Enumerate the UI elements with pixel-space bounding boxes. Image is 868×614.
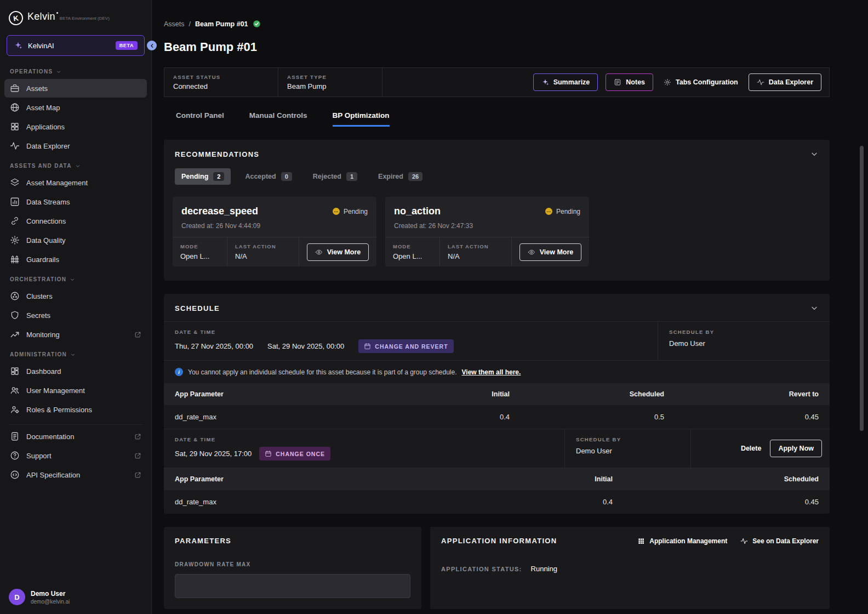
waveform-icon [10,141,20,151]
pending-dot-icon: ••• [545,208,552,215]
sidebar-item-support[interactable]: Support [4,446,147,465]
cell-revert-to: 0.45 [664,413,819,421]
apply-now-label: Apply Now [778,445,814,452]
sidebar-section-operations[interactable]: OPERATIONS [0,61,151,78]
schedule-datetime-cell: DATE & TIME Sat, 29 Nov 2025, 17:00 CHAN… [164,429,564,468]
eye-icon [315,248,323,256]
sidebar-item-api-specification[interactable]: API Specification [4,465,147,484]
summarize-button[interactable]: Summarize [533,73,598,91]
chevron-down-icon [70,352,76,357]
tabs-configuration-label: Tabs Configuration [676,78,738,86]
sidebar-item-label: Guardrails [26,255,59,264]
code-icon [10,470,20,480]
view-more-button[interactable]: View More [307,243,369,261]
cell-initial: 0.4 [420,498,613,506]
sidebar-item-connections[interactable]: Connections [4,212,147,230]
filter-accepted[interactable]: Accepted 0 [238,168,298,185]
kelvin-logo-icon: K [8,10,24,26]
see-on-data-explorer-link[interactable]: See on Data Explorer [740,537,819,545]
status-badge: ••• Pending [545,208,580,215]
col-scheduled: Scheduled [613,475,819,483]
section-label-text: ADMINISTRATION [10,351,67,357]
recommendation-card: decrease_speed ••• Pending Created at: 2… [173,197,376,266]
filter-count-badge: 2 [213,172,224,181]
sidebar-item-guardrails[interactable]: Guardrails [4,250,147,269]
shield-icon [10,310,20,320]
col-initial: Initial [420,475,613,483]
sidebar-item-documentation[interactable]: Documentation [4,427,147,446]
filter-expired[interactable]: Expired 26 [372,168,429,185]
sidebar-item-data-explorer[interactable]: Data Explorer [4,137,147,155]
col-revert-to: Revert to [664,390,819,398]
datetime-label: DATE & TIME [175,329,647,335]
application-status-value: Running [531,565,557,573]
sidebar-collapse-button[interactable] [147,41,157,50]
sidebar-item-roles-permissions[interactable]: Roles & Permissions [4,400,147,419]
sidebar-item-secrets[interactable]: Secrets [4,306,147,325]
parameters-panel: PARAMETERS DRAWDOWN RATE MAX [164,527,421,609]
cell-initial: 0.4 [381,413,510,421]
notes-button[interactable]: Notes [606,73,653,91]
last-action-value: N/A [448,252,504,260]
breadcrumb-root[interactable]: Assets [164,20,185,28]
sidebar-item-monitoring[interactable]: Monitoring [4,325,147,344]
sidebar-item-user-management[interactable]: User Management [4,381,147,400]
connected-check-icon [253,20,261,28]
tab-bp-optimization[interactable]: BP Optimization [333,111,390,127]
sidebar-item-applications[interactable]: Applications [4,117,147,136]
sidebar-section-assets-and-data[interactable]: ASSETS AND DATA [0,156,151,173]
vertical-scrollbar[interactable] [860,146,864,431]
sidebar-item-dashboard[interactable]: Dashboard [4,362,147,380]
schedule-start: Thu, 27 Nov 2025, 00:00 [175,342,253,350]
breadcrumb: Assets / Beam Pump #01 [164,0,830,28]
schedule-by-value: Demo User [576,447,679,455]
delete-button[interactable]: Delete [741,445,762,452]
asset-type-value: Beam Pump [287,82,373,90]
filter-pending[interactable]: Pending 2 [175,168,231,185]
application-management-link[interactable]: Application Management [637,537,727,545]
recommendation-card-top: decrease_speed ••• Pending Created at: 2… [173,197,376,237]
parameters-header: PARAMETERS [164,527,421,554]
sidebar-section-administration[interactable]: ADMINISTRATION [0,344,151,361]
schedule-by-cell: SCHEDULE BY Demo User [658,322,830,360]
drawdown-rate-max-input[interactable] [175,574,410,598]
filter-label: Pending [181,173,208,180]
mode-cell: MODE Open L... [385,237,440,266]
sidebar-item-data-streams[interactable]: Data Streams [4,192,147,211]
user-menu[interactable]: D Demo User demo@kelvin.ai [0,581,151,614]
view-them-all-link[interactable]: View them all here. [462,368,521,376]
filter-label: Expired [378,173,403,180]
filter-rejected[interactable]: Rejected 1 [306,168,364,185]
summarize-label: Summarize [553,78,590,86]
view-more-button[interactable]: View More [519,243,582,261]
schedule-header[interactable]: SCHEDULE [164,294,830,321]
sidebar-item-assets[interactable]: Assets [4,79,147,98]
change-once-button[interactable]: CHANGE ONCE [259,447,330,461]
filter-count-badge: 26 [408,172,422,181]
eye-icon [528,248,535,256]
change-and-revert-button[interactable]: CHANGE AND REVERT [358,339,453,353]
section-label-text: ORCHESTRATION [10,276,66,282]
sidebar-item-clusters[interactable]: Clusters [4,287,147,305]
tab-control-panel[interactable]: Control Panel [176,111,224,127]
sidebar-item-data-quality[interactable]: Data Quality [4,231,147,249]
parameters-body: DRAWDOWN RATE MAX [164,554,421,609]
mode-label: MODE [393,243,432,249]
last-action-label: LAST ACTION [448,243,504,249]
sidebar-item-kelvinai[interactable]: KelvinAI BETA [7,35,145,56]
sidebar-item-asset-map[interactable]: Asset Map [4,98,147,117]
section-label-text: ASSETS AND DATA [10,163,72,169]
mode-value: Open L... [180,252,219,260]
sidebar-section-orchestration[interactable]: ORCHESTRATION [0,269,151,286]
tab-manual-controls[interactable]: Manual Controls [249,111,307,127]
parameters-title: PARAMETERS [175,537,231,545]
schedule-block-1: DATE & TIME Thu, 27 Nov 2025, 00:00 Sat,… [164,321,830,361]
external-link-icon [134,471,141,479]
data-explorer-button[interactable]: Data Explorer [749,73,821,91]
recommendation-title: decrease_speed [181,206,258,217]
recommendations-header[interactable]: RECOMMENDATIONS [164,140,830,167]
tabs-configuration-button[interactable]: Tabs Configuration [661,73,741,91]
apply-now-button[interactable]: Apply Now [770,440,822,457]
sidebar-item-asset-management[interactable]: Asset Management [4,173,147,192]
drawdown-rate-max-label: DRAWDOWN RATE MAX [175,561,410,567]
